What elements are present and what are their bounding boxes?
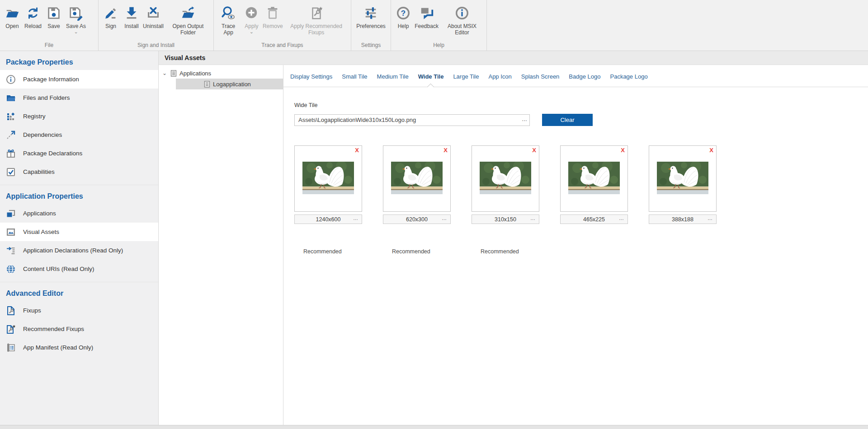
sidebar-item-content-uris[interactable]: Content URIs (Read Only) <box>0 260 158 278</box>
tile-size-box: 465x225 … <box>560 214 628 224</box>
uninstall-label: Uninstall <box>143 23 164 29</box>
open-output-folder-icon <box>180 4 196 22</box>
sidebar-item-app-manifest[interactable]: App Manifest (Read Only) <box>0 338 158 357</box>
tab-app-icon[interactable]: App Icon <box>488 73 511 87</box>
sign-button[interactable]: Sign <box>100 3 121 29</box>
help-button[interactable]: ? Help <box>393 3 414 29</box>
preferences-button[interactable]: Preferences <box>354 3 387 29</box>
tile-browse-ellipsis-button[interactable]: … <box>708 215 713 221</box>
sidebar-item-label: Application Declarations (Read Only) <box>23 247 123 254</box>
tile-browse-ellipsis-button[interactable]: … <box>353 215 359 221</box>
asset-path-input[interactable] <box>294 114 530 126</box>
about-msix-editor-button[interactable]: About MSIX Editor <box>439 3 485 36</box>
recommended-labels-row: Recommended Recommended Recommended <box>294 248 868 255</box>
ribbon-toolbar: Open Reload Save Save As ⌄ <box>0 0 868 51</box>
remove-asset-icon[interactable]: X <box>443 147 448 154</box>
registry-grid-icon <box>6 112 16 121</box>
checkbox-check-icon <box>6 167 16 177</box>
tile-browse-ellipsis-button[interactable]: … <box>530 215 536 221</box>
sidebar-item-registry[interactable]: Registry <box>0 107 158 126</box>
sidebar-item-label: Visual Assets <box>23 228 59 235</box>
about-info-icon <box>454 4 470 22</box>
browse-ellipsis-button[interactable]: … <box>522 116 528 122</box>
trace-app-button[interactable]: Trace App <box>216 3 241 36</box>
tree-node-label: Logapplication <box>213 81 251 88</box>
sidebar-item-package-declarations[interactable]: Package Declarations <box>0 144 158 163</box>
sidebar-item-dependencies[interactable]: Dependencies <box>0 126 158 144</box>
sidebar-section-advanced-editor: Advanced Editor Fixups Recommended Fixup… <box>0 282 158 357</box>
tile-browse-ellipsis-button[interactable]: … <box>619 215 624 221</box>
feedback-button[interactable]: Feedback <box>414 3 439 29</box>
horizontal-scrollbar-track[interactable] <box>0 425 868 429</box>
visual-assets-tabs: Display Settings Small Tile Medium Tile … <box>283 65 868 87</box>
recommended-label: Recommended <box>472 248 539 255</box>
tab-display-settings[interactable]: Display Settings <box>290 73 332 87</box>
install-button[interactable]: Install <box>121 3 142 29</box>
remove-label: Remove <box>263 23 283 29</box>
sidebar-item-applications[interactable]: Applications <box>0 204 158 223</box>
apply-recommended-fixups-button[interactable]: Apply Recommended Fixups <box>283 3 349 36</box>
open-folder-icon <box>5 4 20 22</box>
tab-badge-logo[interactable]: Badge Logo <box>569 73 600 87</box>
tree-node-logapplication[interactable]: Logapplication <box>176 79 283 89</box>
tile-browse-ellipsis-button[interactable]: … <box>442 215 447 221</box>
dove-preview-image <box>657 162 708 194</box>
remove-asset-icon[interactable]: X <box>709 147 713 154</box>
sidebar-item-visual-assets[interactable]: Visual Assets <box>0 223 158 241</box>
tree-node-label: Applications <box>179 70 211 77</box>
ribbon-group-label-help: Help <box>393 42 485 51</box>
tile-card: X <box>649 145 717 212</box>
sidebar-section-package-properties: Package Properties Package Information F… <box>0 51 158 181</box>
clear-button[interactable]: Clear <box>542 114 593 126</box>
tile-previews-row: X 1240x600 … X <box>294 145 868 224</box>
apply-button[interactable]: Apply ⌄ <box>241 3 262 34</box>
chevron-down-icon[interactable]: ⌄ <box>162 70 168 76</box>
remove-asset-icon[interactable]: X <box>532 147 536 154</box>
ribbon-group-sign-install: Sign Install Uninstall Open Output Folde… <box>99 0 214 51</box>
open-button[interactable]: Open <box>2 3 23 29</box>
sidebar-item-label: Package Information <box>23 76 79 83</box>
tab-wide-tile[interactable]: Wide Tile <box>418 73 444 87</box>
sidebar-item-label: Applications <box>23 210 56 217</box>
remove-asset-icon[interactable]: X <box>621 147 625 154</box>
sidebar-item-capabilities[interactable]: Capabilities <box>0 163 158 181</box>
sidebar-item-files-and-folders[interactable]: Files and Folders <box>0 89 158 107</box>
tab-large-tile[interactable]: Large Tile <box>453 73 479 87</box>
dove-preview-image <box>568 162 620 194</box>
apply-recommended-fixups-icon <box>309 4 324 22</box>
apply-chevron-icon[interactable]: ⌄ <box>250 30 254 34</box>
preferences-sliders-icon <box>363 4 378 22</box>
ribbon-group-label-file: File <box>2 42 96 51</box>
sidebar-item-recommended-fixups[interactable]: Recommended Fixups <box>0 320 158 338</box>
document-icon <box>170 70 177 77</box>
asset-path-wrapper: … <box>294 114 530 126</box>
sidebar-item-package-information[interactable]: Package Information <box>0 70 158 89</box>
tree-node-applications[interactable]: ⌄ Applications <box>159 68 283 79</box>
sidebar-item-application-declarations[interactable]: Application Declarations (Read Only) <box>0 241 158 260</box>
sidebar-item-label: Registry <box>23 113 46 120</box>
sidebar-item-fixups[interactable]: Fixups <box>0 301 158 320</box>
manifest-doc-icon <box>6 343 16 353</box>
tab-package-logo[interactable]: Package Logo <box>610 73 647 87</box>
open-output-folder-label: Open Output Folder <box>166 23 210 36</box>
tile-preview-388x188: X 388x188 … <box>649 145 717 224</box>
ribbon-group-file: Open Reload Save Save As ⌄ <box>0 0 99 51</box>
tab-small-tile[interactable]: Small Tile <box>342 73 367 87</box>
save-button[interactable]: Save <box>43 3 64 29</box>
save-as-button[interactable]: Save As ⌄ <box>64 3 88 34</box>
tab-splash-screen[interactable]: Splash Screen <box>521 73 560 87</box>
fixups-wrench-doc-icon <box>6 306 16 316</box>
remove-button[interactable]: Remove <box>262 3 283 29</box>
uninstall-button[interactable]: Uninstall <box>142 3 165 29</box>
trace-app-icon <box>221 4 236 22</box>
sidebar-item-label: Content URIs (Read Only) <box>23 266 94 272</box>
tab-medium-tile[interactable]: Medium Tile <box>377 73 409 87</box>
image-icon <box>6 227 16 237</box>
tile-size-box: 388x188 … <box>649 214 717 224</box>
ribbon-group-help: ? Help Feedback About MSIX Editor Help <box>391 0 487 51</box>
remove-asset-icon[interactable]: X <box>355 147 359 154</box>
open-output-folder-button[interactable]: Open Output Folder <box>165 3 212 36</box>
reload-button[interactable]: Reload <box>23 3 43 29</box>
tile-size-label: 1240x600 <box>316 216 341 223</box>
save-as-chevron-icon[interactable]: ⌄ <box>74 30 78 34</box>
